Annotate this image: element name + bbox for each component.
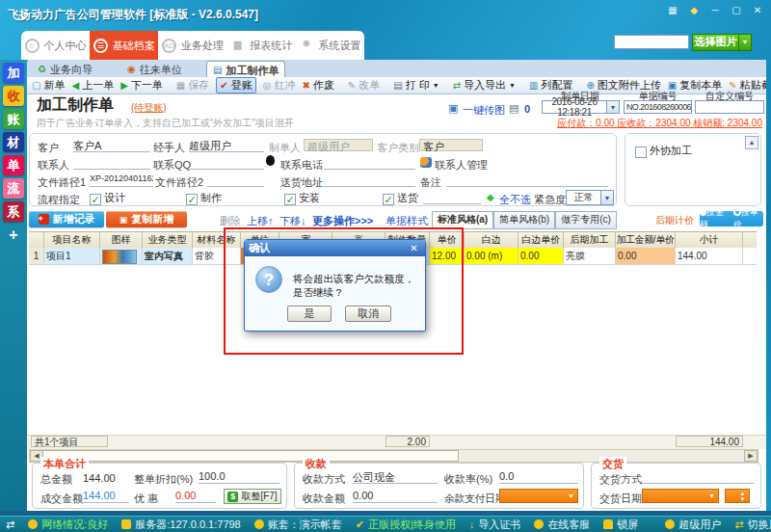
tab-partners[interactable]: ◉ 往来单位 — [121, 62, 188, 77]
more-actions-link[interactable]: 更多操作>>> — [312, 214, 373, 228]
custom-no-input[interactable] — [695, 100, 764, 114]
maximize-button[interactable]: ▢ — [729, 4, 744, 16]
post-ledger-button[interactable]: ✔登账 — [216, 77, 255, 93]
image-path-input[interactable] — [614, 35, 689, 49]
column-header[interactable]: 业务类型 — [143, 232, 193, 249]
skin-icon[interactable]: ◆ — [686, 4, 702, 16]
discount-field[interactable]: 100.0 — [199, 470, 279, 484]
prev-order-button[interactable]: ◀上一单 — [71, 78, 114, 93]
select-none-link[interactable]: 全不选 — [499, 193, 531, 207]
add-record-button[interactable]: + 新增记录 — [29, 211, 104, 227]
customer-field[interactable]: 客户A — [73, 139, 150, 152]
column-header[interactable] — [29, 232, 44, 249]
save-button[interactable]: ▦保存 — [176, 78, 209, 93]
lock-screen-button[interactable]: 锁屏 — [603, 518, 638, 532]
switch-user-button[interactable]: ⇄切换用户 — [734, 518, 771, 532]
reverse-button[interactable]: ◎红冲 — [263, 78, 296, 93]
round-button[interactable]: $ 取整[F7] — [224, 489, 281, 504]
sidebar-item-flow[interactable]: 流 — [3, 178, 24, 199]
minimize-button[interactable]: ─ — [707, 4, 723, 16]
balance-summary[interactable]: 应付款：0.00 应收款：2304.00 核销额: 2304.00 — [557, 117, 762, 130]
import-export-button[interactable]: ⇄导入导出▼ — [453, 78, 516, 93]
sidebar-item-system[interactable]: 系 — [3, 201, 24, 222]
file-path2-field[interactable] — [207, 173, 264, 187]
column-header[interactable]: 加工金额/单价 — [616, 232, 676, 249]
style-tab-lettering[interactable]: 做字专用(c) — [555, 211, 617, 229]
radio-by-unit[interactable]: 按单价 — [733, 206, 763, 231]
tab-business-wizard[interactable]: ♻ 业务向导 — [32, 62, 98, 77]
scroll-right-button[interactable]: ▶ — [744, 450, 758, 462]
balance-date-dropdown[interactable]: ▼ — [499, 489, 578, 503]
flow-option-design[interactable]: ✓ 设计 — [90, 191, 125, 205]
status-badge[interactable]: (待登账) — [131, 101, 167, 115]
chevron-down-icon[interactable]: ▼ — [600, 191, 613, 204]
post-process-cell[interactable]: 亮膜 — [564, 248, 616, 265]
nav-item-business[interactable]: AD 业务处理 — [158, 31, 226, 60]
delivery-address-field[interactable] — [324, 173, 415, 187]
payment-method-field[interactable]: 公司现金 — [353, 470, 438, 484]
print-button[interactable]: ▤打 印▼ — [393, 78, 439, 93]
horizontal-scrollbar[interactable]: ◀ ▶ — [29, 449, 758, 463]
tab-work-order[interactable]: ▤ 加工制作单 — [206, 61, 285, 78]
project-name-cell[interactable]: 项目1 — [44, 248, 100, 265]
collapse-button[interactable]: ▲ — [745, 136, 758, 149]
delivery-time-spinner[interactable]: ▲▼ — [725, 489, 750, 503]
margin-cell[interactable]: 0.00 (m) — [465, 248, 518, 265]
modify-button[interactable]: ✎改单 — [348, 78, 380, 93]
void-button[interactable]: ✖作废 — [302, 78, 333, 93]
order-date-combo[interactable]: 2016-08-26 12:18:21 ▼ — [542, 100, 620, 114]
phone-field[interactable] — [324, 156, 415, 170]
qq-field[interactable] — [189, 156, 264, 170]
nav-item-reports[interactable]: ▆ 报表统计 — [227, 31, 296, 60]
handler-field[interactable]: 超级用户 — [189, 139, 264, 152]
artwork-thumbnail[interactable] — [102, 250, 137, 264]
pick-image-button[interactable]: 选择图片 — [692, 34, 739, 51]
contact-manager-link[interactable]: 联系人管理 — [435, 158, 488, 173]
contact-field[interactable] — [73, 156, 150, 170]
clipboard-icon[interactable]: ▦ — [665, 4, 680, 16]
flow-extra-field[interactable] — [423, 191, 481, 204]
payment-amount-field[interactable]: 0.00 — [353, 490, 438, 503]
margin-price-cell[interactable]: 0.00 — [518, 248, 564, 265]
sidebar-item-add[interactable]: 加 — [3, 63, 24, 83]
sidebar-item-material[interactable]: 材 — [3, 132, 24, 152]
sidebar-add-button[interactable]: + — [3, 225, 24, 245]
sidebar-item-receive[interactable]: 收 — [3, 86, 24, 106]
qq-icon[interactable] — [266, 155, 275, 166]
note-field[interactable] — [446, 173, 608, 187]
new-order-button[interactable]: ▢新单 — [32, 78, 65, 93]
style-tab-simple[interactable]: 简单风格(b) — [493, 211, 555, 229]
current-user[interactable]: 超级用户 — [665, 518, 721, 532]
deal-amount-field[interactable]: 144.00 — [83, 490, 129, 503]
thumbnail-cell[interactable] — [100, 248, 143, 265]
column-header[interactable]: 后期加工 — [564, 232, 616, 249]
off-field[interactable]: 0.00 — [175, 490, 216, 503]
flow-option-make[interactable]: ✓ 制作 — [186, 191, 222, 205]
sidebar-item-account[interactable]: 账 — [3, 109, 24, 129]
scrollbar-thumb[interactable] — [42, 450, 459, 462]
business-type-cell[interactable]: 室内写真 — [143, 248, 193, 265]
pick-image-dropdown[interactable]: ▼ — [738, 34, 752, 51]
sidebar-item-order[interactable]: 单 — [3, 155, 24, 175]
nav-item-settings[interactable]: ✸ 系统设置 — [296, 31, 364, 60]
column-header[interactable]: 图样 — [100, 232, 143, 249]
flow-option-deliver[interactable]: ✓ 送货 — [383, 191, 418, 205]
nav-item-base-archive[interactable]: ☰ 基础档案 — [90, 31, 158, 60]
column-header[interactable]: 小计 — [676, 232, 743, 249]
move-up-link[interactable]: 上移↑ — [247, 214, 274, 228]
subtotal-cell[interactable]: 144.00 — [676, 248, 743, 265]
column-header[interactable]: 白边单价 — [518, 232, 564, 249]
payment-rate-field[interactable]: 0.0 — [499, 470, 578, 484]
outsource-option[interactable]: ✓ 外协加工 — [635, 144, 692, 158]
flow-option-install[interactable]: ✓ 安装 — [284, 191, 320, 205]
quick-upload-link[interactable]: 一键传图 — [463, 103, 505, 118]
column-header[interactable]: 白边 — [465, 232, 518, 249]
file-path1-field[interactable]: XP-201204011627:C:\ — [90, 173, 153, 187]
nav-item-personal[interactable]: ☺ 个人中心 — [21, 31, 90, 60]
delivery-method-field[interactable] — [642, 470, 754, 484]
import-cert-button[interactable]: ↓导入证书 — [469, 518, 521, 532]
copy-add-button[interactable]: ▣ 复制新增 — [106, 211, 187, 227]
next-order-button[interactable]: ▶下一单 — [120, 78, 163, 93]
radio-by-amount[interactable]: 按金额 — [700, 206, 729, 231]
urgency-combo[interactable]: 正常 ▼ — [566, 190, 614, 205]
